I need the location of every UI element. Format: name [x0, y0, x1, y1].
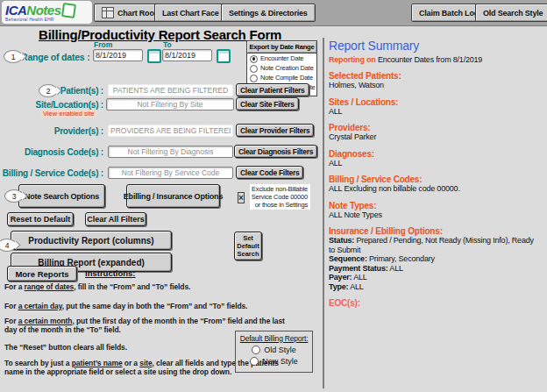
summary-providers: Providers: Crystal Parker [329, 123, 542, 142]
site-location-label: Site/Location(s) : [0, 100, 103, 110]
radio-encounter-date[interactable]: Encounter Date [247, 53, 316, 63]
billing-service-codes-label: Billing / Service Code(s) : [0, 168, 103, 178]
step-2-badge: 2 [39, 84, 58, 97]
logo-text-ica: ICA [5, 4, 26, 17]
page-title: Billing/Productivity Report Search Form [39, 27, 281, 42]
reporting-on-line: Reporting on Encounter Dates from 8/1/20… [329, 55, 542, 64]
summary-selected-patients: Selected Patients: Holmes, Watson [329, 71, 542, 90]
radio-note-compile-date[interactable]: Note Compile Date [247, 73, 316, 82]
set-default-line-3: Search [237, 250, 259, 258]
sites-locations-value: ALL [329, 107, 542, 117]
note-compile-date-radio-icon[interactable] [250, 75, 258, 82]
from-calendar-icon[interactable] [147, 49, 161, 63]
radio-new-style[interactable]: New Style [250, 357, 298, 366]
more-reports-button[interactable]: More Reports [7, 266, 77, 282]
to-label: To [163, 40, 172, 49]
note-types-heading: Note Types: [329, 201, 542, 210]
insurance-ebilling-heading: Insurance / Ebilling Options: [329, 226, 542, 236]
note-types-value: ALL Note Types [329, 210, 542, 220]
vertical-divider [323, 38, 324, 388]
summary-note-types: Note Types: ALL Note Types [329, 201, 542, 220]
clear-site-filters-button[interactable]: Clear Site Filters [236, 97, 299, 110]
selected-patients-value: Holmes, Watson [329, 81, 542, 90]
providers-heading: Providers: [329, 123, 542, 132]
chart-room-grid-icon [102, 7, 114, 18]
step-3-badge: 3 [4, 189, 24, 203]
eoc-heading: EOC(s): [329, 298, 542, 308]
new-style-radio-icon[interactable] [250, 357, 259, 366]
to-calendar-icon[interactable] [217, 49, 231, 63]
radio-old-style[interactable]: Old Style [252, 346, 296, 354]
summary-insurance-ebilling: Insurance / Ebilling Options: Status: Pr… [329, 226, 542, 291]
providers-input[interactable] [108, 125, 233, 137]
exclude-line-2: Service Code 00000 [250, 193, 308, 201]
reset-to-default-button[interactable]: Reset to Default [7, 212, 74, 226]
old-style-radio-icon[interactable] [252, 346, 260, 354]
clear-all-filters-button[interactable]: Clear All Filters [85, 212, 146, 226]
providers-label: Provider(s) : [0, 126, 103, 136]
diagnoses-value: ALL [329, 159, 542, 168]
report-summary-title: Report Summary [329, 39, 542, 53]
set-default-line-2: Default [237, 242, 259, 250]
billing-service-codes-input[interactable] [108, 167, 233, 179]
clear-patient-filters-button[interactable]: Clear Patient Filters [236, 83, 309, 96]
logo-tagline: Behavioral Health EHR [5, 17, 92, 22]
productivity-report-button[interactable]: Productivity Report (columns) [11, 231, 172, 250]
insurance-payment-status-line: Payment Status: ALL [329, 264, 542, 274]
sites-locations-heading: Sites / Locations: [329, 97, 542, 107]
reporting-on-value: Encounter Dates from 8/1/2019 [376, 55, 483, 64]
providers-value: Crystal Parker [329, 132, 542, 142]
clear-diagnosis-filters-button[interactable]: Clear Diagnosis Filters [234, 145, 317, 158]
range-of-dates-label: Range of dates : [21, 52, 89, 62]
insurance-payer-line: Payer: ALL [329, 273, 542, 282]
exclude-line-3: or those in Settings [250, 201, 308, 209]
clear-provider-filters-button[interactable]: Clear Provider Filters [236, 124, 314, 137]
set-default-line-1: Set [243, 234, 253, 242]
note-creation-date-label: Note Creation Date [260, 64, 314, 73]
note-compile-date-label: Note Compile Date [260, 74, 313, 82]
instructions-heading: Instructions: [85, 268, 136, 278]
site-location-input[interactable] [106, 98, 234, 110]
report-summary-panel: Report Summary Reporting on Encounter Da… [329, 39, 542, 308]
new-style-label: New Style [262, 357, 298, 366]
default-billing-report-box: Default Billing Report: Old Style New St… [235, 331, 313, 373]
step-1-badge: 1 [4, 50, 23, 63]
summary-billing-service-codes: Billing / Service Codes: ALL Excluding n… [329, 175, 542, 194]
clear-code-filters-button[interactable]: Clear Code Filters [236, 166, 303, 179]
radio-note-creation-date[interactable]: Note Creation Date [247, 63, 316, 73]
exclude-line-1: Exclude non-Billable [250, 185, 308, 193]
summary-eoc: EOC(s): [329, 298, 542, 308]
old-search-style-button[interactable]: Old Search Style [475, 4, 547, 22]
instruction-certain-day: For a certain day, put the same day in b… [4, 302, 287, 310]
patients-input[interactable] [108, 84, 233, 96]
encounter-date-label: Encounter Date [260, 54, 303, 63]
export-by-date-range-header[interactable]: Export by Date Range [247, 41, 316, 53]
icanotes-logo: ICANotes Behavioral Health EHR [2, 1, 92, 24]
to-date-input[interactable] [162, 49, 212, 61]
last-chart-face-button[interactable]: Last Chart Face [154, 4, 227, 22]
instruction-range-of-dates: For a range of dates, fill in the “From”… [4, 282, 287, 291]
reporting-on-label: Reporting on [329, 55, 376, 64]
from-date-input[interactable] [93, 49, 143, 61]
encounter-date-radio-icon[interactable] [250, 55, 258, 63]
billing-service-codes-heading: Billing / Service Codes: [329, 175, 542, 184]
settings-directories-button[interactable]: Settings & Directories [221, 4, 316, 22]
set-default-search-button[interactable]: Set Default Search [234, 232, 262, 260]
summary-diagnoses: Diagnoses: ALL [329, 149, 542, 168]
from-label: From [94, 40, 112, 49]
billing-service-codes-value: ALL Excluding non billable code 00000. [329, 184, 542, 194]
note-search-options-button[interactable]: Note Search Options [18, 184, 105, 208]
summary-sites-locations: Sites / Locations: ALL [329, 97, 542, 117]
logo-text-notes: Notes [26, 4, 60, 17]
insurance-status-line: Status: Prepared / Pending, Not Ready (M… [329, 236, 542, 254]
note-creation-date-radio-icon[interactable] [250, 65, 258, 73]
diagnosis-codes-label: Diagnosis Code(s) : [0, 147, 103, 157]
notepad-icon [60, 3, 75, 18]
ebilling-insurance-options-button[interactable]: Ebilling / Insurance Options [126, 184, 220, 208]
exclude-non-billable-text: Exclude non-Billable Service Code 00000 … [250, 184, 310, 210]
exclude-non-billable-checkbox[interactable] [238, 192, 245, 203]
selected-patients-heading: Selected Patients: [329, 71, 542, 81]
diagnosis-codes-input[interactable] [108, 146, 233, 158]
default-billing-report-title: Default Billing Report: [240, 334, 309, 343]
view-enabled-site-link[interactable]: View enabled site [41, 110, 96, 118]
